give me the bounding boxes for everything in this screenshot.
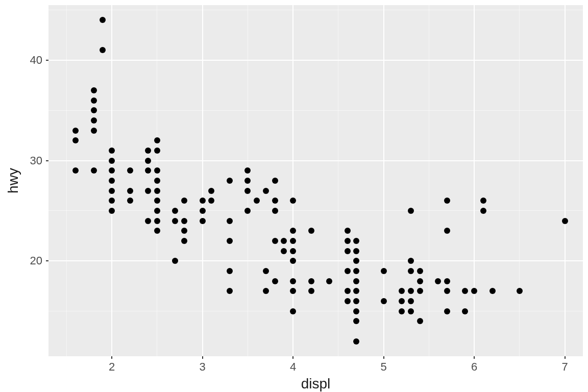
data-point (308, 228, 314, 234)
data-point (381, 298, 387, 304)
data-point (272, 198, 278, 204)
x-tick (292, 356, 293, 359)
y-tick (46, 60, 48, 61)
data-point (263, 188, 269, 194)
x-tick-label: 3 (200, 361, 206, 373)
data-point (154, 208, 160, 214)
grid-minor-v (429, 5, 429, 356)
data-point (417, 288, 423, 294)
data-point (353, 248, 359, 254)
data-point (154, 218, 160, 224)
data-point (345, 238, 351, 244)
data-point (91, 128, 97, 134)
data-point (399, 298, 405, 304)
data-point (227, 218, 233, 224)
data-point (154, 178, 160, 184)
data-point (200, 208, 206, 214)
x-tick (111, 356, 112, 359)
data-point (435, 278, 441, 284)
data-point (145, 218, 151, 224)
data-point (272, 208, 278, 214)
data-point (353, 278, 359, 284)
y-tick (46, 260, 48, 261)
plot-panel (48, 5, 583, 356)
data-point (272, 238, 278, 244)
data-point (172, 218, 178, 224)
data-point (444, 278, 450, 284)
grid-minor-h (48, 210, 583, 211)
data-point (408, 298, 414, 304)
data-point (200, 218, 206, 224)
data-point (72, 128, 79, 134)
grid-minor-h (48, 110, 583, 111)
data-point (272, 178, 278, 184)
y-tick-label: 20 (30, 255, 42, 266)
data-point (145, 158, 151, 164)
grid-major-v (202, 5, 203, 356)
scatter-chart: 234567203040 displ hwy (0, 0, 588, 392)
x-tick (474, 356, 475, 359)
data-point (227, 178, 233, 184)
data-point (145, 188, 151, 194)
data-point (381, 268, 387, 274)
data-point (281, 248, 287, 254)
data-point (517, 288, 523, 294)
grid-major-v (565, 5, 566, 356)
data-point (263, 268, 269, 274)
data-point (417, 268, 423, 274)
grid-minor-v (66, 5, 67, 356)
data-point (154, 188, 160, 194)
data-point (489, 288, 496, 294)
data-point (109, 188, 115, 194)
grid-minor-v (519, 5, 520, 356)
data-point (417, 318, 423, 324)
grid-major-v (292, 5, 293, 356)
data-point (462, 308, 468, 314)
grid-minor-v (338, 5, 338, 356)
data-point (408, 308, 414, 314)
data-point (345, 268, 351, 274)
data-point (399, 308, 405, 314)
data-point (227, 268, 233, 274)
data-point (326, 278, 332, 284)
data-point (154, 148, 160, 154)
data-point (408, 288, 414, 294)
grid-major-h (48, 260, 583, 261)
data-point (353, 308, 359, 314)
data-point (417, 278, 423, 284)
x-tick-label: 5 (380, 361, 386, 373)
data-point (345, 248, 351, 254)
x-tick (565, 356, 566, 359)
data-point (353, 338, 359, 345)
x-tick-label: 6 (471, 361, 477, 373)
x-tick-label: 7 (561, 361, 568, 373)
data-point (308, 278, 314, 284)
data-point (444, 288, 450, 294)
grid-minor-h (48, 311, 583, 311)
x-tick-label: 4 (290, 361, 296, 373)
data-point (345, 298, 351, 304)
data-point (444, 228, 450, 234)
y-tick-label: 40 (30, 55, 42, 66)
data-point (200, 198, 206, 204)
data-point (345, 288, 351, 294)
data-point (480, 208, 486, 214)
data-point (408, 258, 414, 264)
data-point (227, 238, 233, 244)
data-point (91, 167, 97, 174)
data-point (109, 158, 115, 164)
x-tick (202, 356, 203, 359)
data-point (345, 228, 351, 234)
data-point (127, 167, 133, 174)
data-point (181, 218, 187, 224)
x-tick-label: 2 (109, 361, 115, 373)
data-point (562, 218, 568, 224)
data-point (408, 208, 414, 214)
data-point (127, 188, 133, 194)
data-point (244, 188, 251, 194)
data-point (91, 117, 97, 124)
y-tick-label: 30 (30, 155, 42, 166)
x-axis-title: displ (301, 376, 331, 392)
grid-major-h (48, 60, 583, 61)
data-point (91, 97, 97, 104)
